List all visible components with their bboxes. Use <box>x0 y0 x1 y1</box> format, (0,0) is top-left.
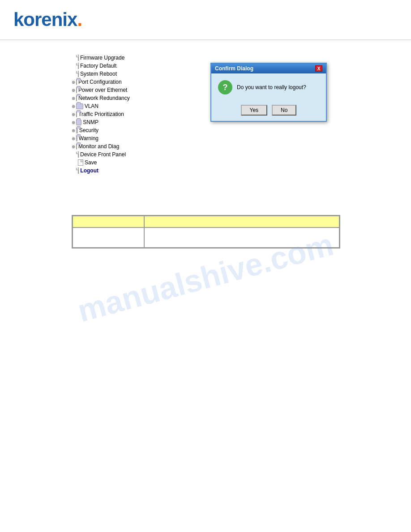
sidebar-item-label: System Reboot <box>80 71 117 77</box>
sidebar-item-save[interactable]: Save <box>72 159 98 167</box>
sidebar-item-network-redundancy[interactable]: ⊕ Network Redundancy <box>72 94 98 102</box>
folder-icon <box>76 95 77 101</box>
sidebar-item-label: Warning <box>79 135 98 142</box>
table-body-cell-1 <box>73 227 144 248</box>
table-header-cell-1 <box>73 216 144 227</box>
sidebar: Firmware Upgrade Factory Default System … <box>0 49 98 175</box>
sidebar-item-label: Logout <box>80 167 98 174</box>
sidebar-item-port-configuration[interactable]: ⊕ Port Configuration <box>72 78 98 86</box>
sidebar-item-warning[interactable]: ⊕ Warning <box>72 134 98 142</box>
folder-icon <box>76 79 77 85</box>
folder-icon <box>76 103 83 109</box>
no-button[interactable]: No <box>272 105 296 116</box>
sidebar-item-power-over-ethernet[interactable]: ⊕ Power over Ethernet <box>72 86 98 94</box>
sidebar-item-label: Power over Ethernet <box>78 87 127 93</box>
logo: korenix. <box>13 9 398 30</box>
confirm-dialog: Confirm Dialog X ? Do you want to really… <box>210 63 327 122</box>
folder-icon <box>76 144 77 150</box>
sidebar-item-snmp[interactable]: ⊕ SNMP <box>72 118 98 126</box>
doc-icon <box>78 63 79 69</box>
sidebar-item-firmware-upgrade[interactable]: Firmware Upgrade <box>72 54 98 62</box>
sidebar-item-label: Port Configuration <box>78 79 122 85</box>
sidebar-item-factory-default[interactable]: Factory Default <box>72 62 98 70</box>
sidebar-item-label: SNMP <box>83 119 98 125</box>
sidebar-item-device-front-panel[interactable]: Device Front Panel <box>72 150 98 159</box>
arrow-icon: ⊕ <box>72 80 75 85</box>
arrow-icon: ⊕ <box>72 96 75 101</box>
sidebar-item-label: Traffic Prioritization <box>78 111 124 117</box>
yes-button[interactable]: Yes <box>241 105 268 116</box>
dialog-message: Do you want to really logout? <box>237 84 306 90</box>
arrow-icon: ⊕ <box>72 104 75 109</box>
doc-icon <box>78 55 79 61</box>
table-body-row <box>73 227 339 248</box>
sidebar-item-label: Save <box>85 159 97 166</box>
sidebar-item-label: VLAN <box>85 103 98 109</box>
arrow-icon: ⊕ <box>72 136 75 141</box>
dialog-titlebar: Confirm Dialog X <box>211 64 326 73</box>
dialog-body: ? Do you want to really logout? <box>211 73 326 101</box>
question-symbol: ? <box>223 83 228 92</box>
dialog-buttons: Yes No <box>211 101 326 121</box>
sidebar-item-label: Network Redundancy <box>78 95 130 101</box>
sidebar-item-vlan[interactable]: ⊕ VLAN <box>72 102 98 110</box>
doc-icon <box>78 167 79 174</box>
doc-icon <box>78 151 79 158</box>
folder-icon <box>76 112 77 117</box>
table-body-cell-2 <box>144 227 339 248</box>
doc-icon <box>78 71 79 77</box>
sidebar-item-security[interactable]: ⊕ Security <box>72 126 98 134</box>
sidebar-item-label: Firmware Upgrade <box>80 55 124 61</box>
dialog-close-button[interactable]: X <box>315 65 322 72</box>
table <box>72 215 340 249</box>
arrow-icon: ⊕ <box>72 128 75 133</box>
sidebar-item-label: Monitor and Diag <box>78 143 119 150</box>
doc-icon <box>78 159 83 166</box>
arrow-icon: ⊕ <box>72 144 75 149</box>
sidebar-item-traffic-prioritization[interactable]: ⊕ Traffic Prioritization <box>72 110 98 118</box>
folder-icon <box>76 87 77 93</box>
table-header-row <box>73 216 339 227</box>
arrow-icon: ⊕ <box>72 120 75 125</box>
sidebar-item-label: Security <box>79 127 98 133</box>
table-header-cell-2 <box>144 216 339 227</box>
sidebar-item-logout[interactable]: Logout <box>72 167 98 175</box>
logo-text: korenix <box>13 9 77 30</box>
bottom-table <box>72 215 340 249</box>
dialog-title: Confirm Dialog <box>215 65 253 72</box>
main-content: Firmware Upgrade Factory Default System … <box>0 40 411 184</box>
folder-icon <box>76 136 77 142</box>
logo-dot: . <box>77 9 82 30</box>
sidebar-item-label: Device Front Panel <box>80 151 126 158</box>
folder-icon <box>76 120 81 125</box>
question-icon: ? <box>218 80 232 94</box>
arrow-icon: ⊕ <box>72 88 75 93</box>
header: korenix. <box>0 0 411 40</box>
arrow-icon: ⊕ <box>72 112 75 117</box>
sidebar-item-label: Factory Default <box>80 63 116 69</box>
sidebar-item-system-reboot[interactable]: System Reboot <box>72 70 98 78</box>
folder-icon <box>76 128 78 133</box>
sidebar-item-monitor-and-diag[interactable]: ⊕ Monitor and Diag <box>72 142 98 150</box>
